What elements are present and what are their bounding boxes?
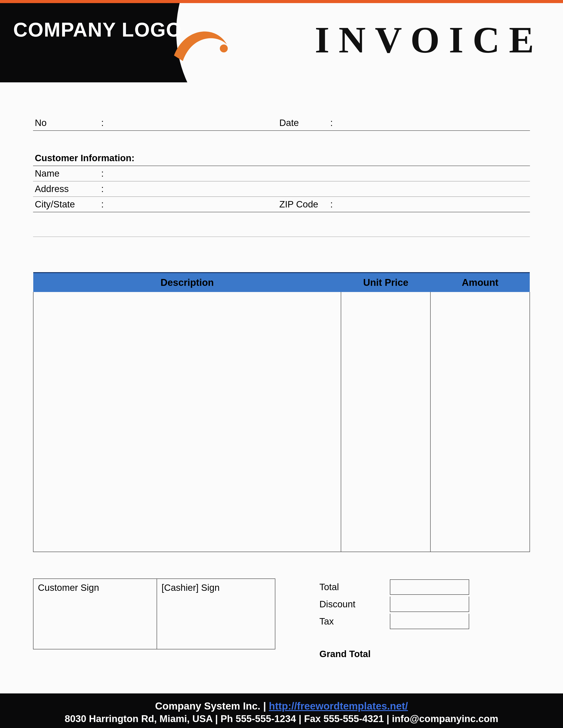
lower-section: Customer Sign [Cashier] Sign Total Disco… bbox=[33, 578, 530, 663]
totals-row-grand: Grand Total bbox=[317, 645, 530, 663]
customer-info-title: Customer Information: bbox=[33, 151, 530, 166]
customer-name-label: Name bbox=[33, 166, 99, 181]
grand-total-label: Grand Total bbox=[317, 649, 371, 659]
line-items-wrap: Description Unit Price Amount bbox=[33, 272, 530, 552]
customer-name-separator: : bbox=[99, 166, 106, 181]
no-separator: : bbox=[99, 115, 106, 131]
svg-point-0 bbox=[220, 44, 228, 52]
col-header-unit-price: Unit Price bbox=[341, 273, 430, 292]
customer-zip-label: ZIP Code bbox=[278, 197, 328, 212]
total-label: Total bbox=[317, 582, 390, 592]
footer-sep-1: | bbox=[260, 700, 269, 712]
discount-label: Discount bbox=[317, 599, 390, 610]
footer-url: http://freewordtemplates.net/ bbox=[269, 700, 408, 712]
date-value bbox=[335, 115, 530, 131]
amount-cell bbox=[430, 292, 530, 552]
date-label: Date bbox=[278, 115, 328, 131]
total-box bbox=[390, 579, 469, 595]
cashier-sign-cell: [Cashier] Sign bbox=[157, 579, 275, 649]
totals-row-tax: Tax bbox=[317, 613, 530, 630]
footer-line-1: Company System Inc. | http://freewordtem… bbox=[4, 700, 559, 712]
invoice-page: COMPANY LOGO INVOICE No : Date : Cus bbox=[0, 3, 563, 728]
description-cell bbox=[33, 292, 341, 552]
invoice-content: No : Date : Customer Information: Name :… bbox=[0, 82, 563, 663]
top-accent-strip bbox=[0, 0, 563, 3]
customer-citystate-label: City/State bbox=[33, 197, 99, 212]
no-value bbox=[106, 115, 278, 131]
meta-table: No : Date : bbox=[33, 115, 530, 131]
customer-citystate-value bbox=[106, 197, 278, 212]
customer-info-table: Customer Information: Name : Address : C… bbox=[33, 151, 530, 212]
line-items-table: Description Unit Price Amount bbox=[33, 272, 530, 552]
footer-line-2: 8030 Harrington Rd, Miami, USA | Ph 555-… bbox=[4, 713, 559, 724]
tax-label: Tax bbox=[317, 616, 390, 627]
footer-company: Company System Inc. bbox=[155, 700, 260, 712]
totals-row-discount: Discount bbox=[317, 596, 530, 613]
col-header-description: Description bbox=[33, 273, 341, 292]
footer: Company System Inc. | http://freewordtem… bbox=[0, 693, 563, 728]
totals-row-total: Total bbox=[317, 578, 530, 596]
customer-address-label: Address bbox=[33, 181, 99, 197]
discount-box bbox=[390, 597, 469, 612]
unit-price-cell bbox=[341, 292, 430, 552]
divider bbox=[33, 237, 530, 237]
invoice-title: INVOICE bbox=[315, 18, 543, 61]
line-items-body-row bbox=[33, 292, 530, 552]
customer-address-separator: : bbox=[99, 181, 106, 197]
swoosh-icon bbox=[172, 25, 229, 67]
company-logo-text: COMPANY LOGO bbox=[13, 18, 182, 41]
customer-zip-separator: : bbox=[328, 197, 335, 212]
tax-box bbox=[390, 614, 469, 629]
col-header-amount: Amount bbox=[430, 273, 530, 292]
customer-zip-value bbox=[335, 197, 530, 212]
no-label: No bbox=[33, 115, 99, 131]
company-logo: COMPANY LOGO bbox=[13, 18, 182, 41]
totals-block: Total Discount Tax Grand Total bbox=[317, 578, 530, 663]
header: COMPANY LOGO INVOICE bbox=[0, 3, 563, 82]
line-items-header-row: Description Unit Price Amount bbox=[33, 273, 530, 292]
customer-address-value bbox=[106, 181, 530, 197]
date-separator: : bbox=[328, 115, 335, 131]
customer-sign-cell: Customer Sign bbox=[33, 579, 157, 649]
customer-citystate-separator: : bbox=[99, 197, 106, 212]
customer-name-value bbox=[106, 166, 530, 181]
signature-table: Customer Sign [Cashier] Sign bbox=[33, 578, 275, 649]
